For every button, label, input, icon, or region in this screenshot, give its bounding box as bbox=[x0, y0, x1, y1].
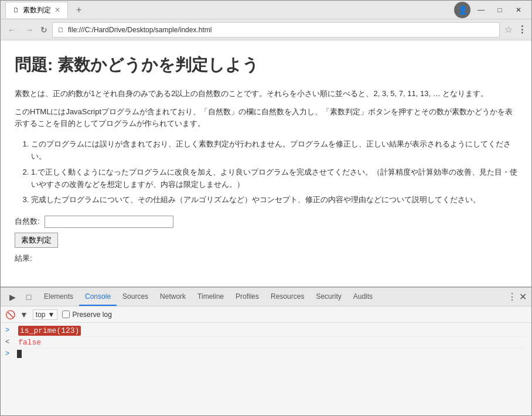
natural-number-input[interactable] bbox=[45, 216, 173, 228]
page-title: 問題: 素数かどうかを判定しよう bbox=[15, 52, 517, 79]
page-description-2: このHTMLにはJavaScriptプログラムが含まれており、「自然数」の欄に自… bbox=[15, 106, 517, 131]
prime-check-button[interactable]: 素数判定 bbox=[15, 233, 58, 248]
close-button[interactable]: ✕ bbox=[510, 2, 527, 18]
menu-button[interactable]: ⋮ bbox=[517, 24, 527, 35]
address-bar[interactable]: 🗋 file:///C:/HardDrive/Desktop/sample/in… bbox=[52, 22, 500, 37]
preserve-log-check[interactable] bbox=[62, 311, 70, 318]
forward-button[interactable]: → bbox=[23, 23, 36, 37]
maximize-button[interactable]: □ bbox=[492, 2, 508, 18]
devtools-icon-group: ▶ □ bbox=[3, 290, 38, 304]
context-label: top bbox=[36, 311, 46, 319]
natural-number-label: 自然数: bbox=[15, 216, 40, 228]
console-output-row: < false bbox=[5, 337, 527, 349]
tab-close-button[interactable]: ✕ bbox=[54, 6, 60, 14]
instruction-list: このプログラムには誤りが含まれており、正しく素数判定が行われません。プログラムを… bbox=[31, 138, 517, 206]
tab-page-icon: 🗋 bbox=[13, 6, 19, 13]
context-chevron-icon: ▼ bbox=[48, 311, 55, 319]
tab-network[interactable]: Network bbox=[154, 288, 192, 306]
tab-profiles[interactable]: Profiles bbox=[230, 288, 265, 306]
minimize-button[interactable]: — bbox=[473, 2, 489, 18]
title-bar-controls: 👤 — □ ✕ bbox=[454, 2, 527, 18]
page-icon: 🗋 bbox=[57, 26, 64, 34]
form-row-button: 素数判定 bbox=[15, 233, 517, 248]
form-row-input: 自然数: bbox=[15, 216, 517, 228]
bookmark-button[interactable]: ☆ bbox=[504, 24, 513, 35]
console-code-highlight: is_prime(123) bbox=[18, 326, 81, 336]
console-input-row: > is_prime(123) bbox=[5, 325, 527, 337]
clear-console-button[interactable]: 🚫 bbox=[5, 310, 15, 319]
instruction-item-2: 1.で正しく動くようになったプログラムに改良を加え、より良いプログラムを完成させ… bbox=[31, 166, 517, 191]
tab-timeline[interactable]: Timeline bbox=[192, 288, 230, 306]
preserve-log-label: Preserve log bbox=[72, 311, 111, 319]
tab-resources[interactable]: Resources bbox=[265, 288, 310, 306]
tab-console[interactable]: Console bbox=[79, 288, 117, 306]
title-bar-left: 🗋 素数判定 ✕ + bbox=[5, 2, 454, 18]
title-bar: 🗋 素数判定 ✕ + 👤 — □ ✕ bbox=[1, 1, 531, 19]
instruction-item-1: このプログラムには誤りが含まれており、正しく素数判定が行われません。プログラムを… bbox=[31, 138, 517, 163]
tab-title: 素数判定 bbox=[23, 5, 51, 15]
address-url: file:///C:/HardDrive/Desktop/sample/inde… bbox=[68, 26, 212, 34]
devtools-console[interactable]: > is_prime(123) < false > bbox=[1, 323, 531, 415]
preserve-log-checkbox[interactable]: Preserve log bbox=[62, 311, 111, 319]
console-prompt-row: > bbox=[5, 349, 527, 359]
devtools-panel: ▶ □ Elements Console Sources Network Tim… bbox=[1, 287, 531, 415]
console-prompt-arrow: > bbox=[5, 350, 13, 358]
devtools-controls-bar: 🚫 ▼ top ▼ Preserve log bbox=[1, 306, 531, 323]
tab-audits[interactable]: Audits bbox=[347, 288, 378, 306]
devtools-select-icon[interactable]: ▶ bbox=[5, 290, 19, 304]
devtools-close-button[interactable]: ✕ bbox=[517, 291, 529, 302]
context-selector[interactable]: top ▼ bbox=[33, 309, 58, 320]
nav-bar: ← → ↻ 🗋 file:///C:/HardDrive/Desktop/sam… bbox=[1, 19, 531, 40]
refresh-button[interactable]: ↻ bbox=[40, 25, 47, 35]
tab-sources[interactable]: Sources bbox=[117, 288, 154, 306]
devtools-tabs-bar: ▶ □ Elements Console Sources Network Tim… bbox=[1, 288, 531, 306]
browser-window: 🗋 素数判定 ✕ + 👤 — □ ✕ ← → ↻ 🗋 file:///C:/Ha… bbox=[0, 0, 532, 416]
console-input-arrow: > bbox=[5, 326, 13, 335]
form-row-result: 結果: bbox=[15, 253, 517, 265]
tab-security[interactable]: Security bbox=[310, 288, 347, 306]
result-label: 結果: bbox=[15, 253, 32, 265]
devtools-more-button[interactable]: ⋮ bbox=[507, 291, 517, 302]
console-output-value: false bbox=[18, 338, 41, 347]
console-input-code: is_prime(123) bbox=[18, 326, 81, 335]
console-output-arrow: < bbox=[5, 338, 13, 346]
browser-tab[interactable]: 🗋 素数判定 ✕ bbox=[5, 2, 68, 18]
back-button[interactable]: ← bbox=[5, 23, 18, 37]
devtools-inspect-icon[interactable]: □ bbox=[22, 290, 36, 304]
console-cursor bbox=[17, 350, 22, 358]
instruction-item-3: 完成したプログラムについて、その仕組み（アルゴリズムなど）やコンセプト、修正の内… bbox=[31, 194, 517, 206]
filter-button[interactable]: ▼ bbox=[20, 310, 28, 319]
page-content: 問題: 素数かどうかを判定しよう 素数とは、正の約数が1とそれ自身のみである2以… bbox=[1, 40, 531, 287]
page-description-1: 素数とは、正の約数が1とそれ自身のみである2以上の自然数のことです。それらを小さ… bbox=[15, 88, 517, 100]
new-tab-button[interactable]: + bbox=[73, 5, 85, 15]
user-avatar: 👤 bbox=[454, 2, 470, 18]
tab-elements[interactable]: Elements bbox=[38, 288, 79, 306]
